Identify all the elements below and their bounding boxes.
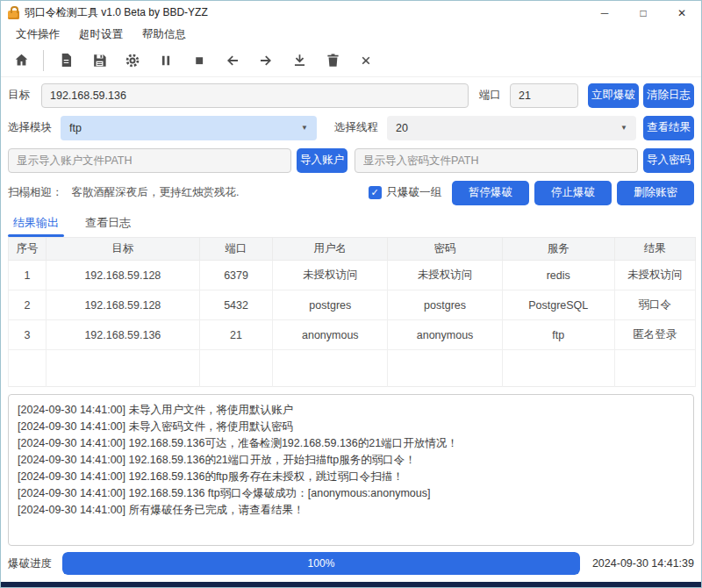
port-input[interactable] xyxy=(510,83,578,108)
module-label: 选择模块 xyxy=(8,120,52,135)
chevron-down-icon: ▼ xyxy=(301,124,308,132)
table-cell: 192.168.59.128 xyxy=(47,290,200,320)
table-cell: 5432 xyxy=(199,290,273,320)
table-cell: PostgreSQL xyxy=(502,290,614,320)
stop-button[interactable] xyxy=(186,47,212,74)
password-path-input[interactable] xyxy=(355,148,638,173)
table-cell xyxy=(199,350,273,387)
log-line: [2024-09-30 14:41:00] 192.168.59.136的21端… xyxy=(18,452,684,469)
module-row: 选择模块 ftp ▼ 选择线程 20 ▼ 查看结果 xyxy=(8,115,694,140)
module-select[interactable]: ftp ▼ xyxy=(61,116,317,140)
menubar: 文件操作 超时设置 帮助信息 xyxy=(1,25,701,44)
stop-icon xyxy=(191,53,207,68)
minimize-button[interactable]: ─ xyxy=(585,1,624,25)
save-button[interactable] xyxy=(86,47,112,74)
download-button[interactable] xyxy=(286,47,312,74)
table-empty-row xyxy=(9,350,696,387)
table-cell xyxy=(47,350,200,387)
titlebar: 弱口令检测工具 v1.0 Beta by BBD-YZZ ─ □ ✕ xyxy=(1,1,701,25)
delete-creds-button[interactable]: 删除账密 xyxy=(617,181,694,205)
home-icon xyxy=(13,52,30,68)
maximize-button[interactable]: □ xyxy=(624,1,663,25)
log-line: [2024-09-30 14:41:00] 所有爆破任务已完成，请查看结果！ xyxy=(18,502,684,519)
table-cell: 2 xyxy=(9,290,47,320)
delete-button[interactable] xyxy=(319,47,346,74)
menu-file-operations[interactable]: 文件操作 xyxy=(6,25,69,44)
clear-log-button[interactable]: 清除日志 xyxy=(643,83,694,108)
one-group-checkbox-label: 只爆破一组 xyxy=(387,185,442,200)
port-label: 端口 xyxy=(479,88,501,103)
table-cell xyxy=(273,350,388,387)
forward-button[interactable] xyxy=(253,47,279,74)
table-cell: 1 xyxy=(9,261,47,290)
threads-label: 选择线程 xyxy=(334,120,378,135)
table-cell: 192.168.59.128 xyxy=(47,261,200,290)
settings-button[interactable] xyxy=(119,47,146,74)
close-button[interactable]: ✕ xyxy=(663,1,701,25)
col-header-username: 用户名 xyxy=(273,238,388,261)
table-cell: postgres xyxy=(273,290,388,320)
close-x-icon xyxy=(358,53,374,68)
back-button[interactable] xyxy=(219,47,246,74)
threads-select[interactable]: 20 ▼ xyxy=(387,116,636,140)
app-lock-icon xyxy=(8,11,19,19)
arrow-right-icon xyxy=(257,52,275,69)
table-cell: 3 xyxy=(9,320,47,350)
col-header-result: 结果 xyxy=(614,238,695,261)
table-row[interactable]: 3 192.168.59.136 21 anonymous anonymous … xyxy=(9,320,696,350)
tab-view-logs[interactable]: 查看日志 xyxy=(82,215,134,237)
threads-select-value: 20 xyxy=(396,122,408,134)
pause-button[interactable] xyxy=(153,47,179,74)
one-group-checkbox[interactable]: ✓ xyxy=(369,186,382,199)
progress-fill: 100% xyxy=(62,552,580,575)
table-row[interactable]: 2 192.168.59.128 5432 postgres postgres … xyxy=(9,290,696,320)
toolbar xyxy=(1,44,701,77)
log-output[interactable]: [2024-09-30 14:41:00] 未导入用户文件，将使用默认账户 [2… xyxy=(8,394,694,546)
log-line: [2024-09-30 14:41:00] 192.168.59.136的ftp… xyxy=(18,469,684,485)
toolbar-separator xyxy=(43,50,44,71)
form-area: 目标 端口 立即爆破 清除日志 选择模块 ftp ▼ 选择线程 20 ▼ 查看结… xyxy=(1,77,701,212)
app-window: 弱口令检测工具 v1.0 Beta by BBD-YZZ ─ □ ✕ 文件操作 … xyxy=(0,0,702,588)
table-cell: anonymous xyxy=(388,320,503,350)
module-select-value: ftp xyxy=(69,122,82,134)
table-header-row: 序号 目标 端口 用户名 密码 服务 结果 xyxy=(9,238,696,261)
table-cell: 192.168.59.136 xyxy=(47,320,200,350)
stop-crack-button[interactable]: 停止爆破 xyxy=(534,181,612,205)
progress-label: 爆破进度 xyxy=(8,556,52,571)
window-controls: ─ □ ✕ xyxy=(585,1,701,25)
crack-now-button[interactable]: 立即爆破 xyxy=(588,83,639,108)
view-results-button[interactable]: 查看结果 xyxy=(643,116,694,140)
table-cell xyxy=(502,350,614,387)
target-input[interactable] xyxy=(41,83,469,108)
close-task-button[interactable] xyxy=(353,47,379,74)
table-cell: 未授权访问 xyxy=(273,261,388,290)
table-cell xyxy=(614,350,695,387)
table-cell xyxy=(9,350,47,387)
log-line: [2024-09-30 14:41:00] 192.168.59.136可达，准… xyxy=(18,435,684,452)
account-path-input[interactable] xyxy=(8,148,291,173)
arrow-left-icon xyxy=(224,52,241,69)
import-password-button[interactable]: 导入密码 xyxy=(643,148,694,173)
new-file-button[interactable] xyxy=(53,47,79,74)
control-row: 扫榻相迎： 客散酒醒深夜后，更持红烛赏残花. ✓ 只爆破一组 暂停爆破 停止爆破… xyxy=(8,180,694,205)
table-cell: 21 xyxy=(199,320,273,350)
tab-bar: 结果输出 查看日志 xyxy=(1,212,701,237)
table-cell: anonymous xyxy=(273,320,388,350)
menu-help-info[interactable]: 帮助信息 xyxy=(133,25,196,44)
results-table: 序号 目标 端口 用户名 密码 服务 结果 1 192.168.59.128 6… xyxy=(8,237,696,387)
gear-icon xyxy=(124,52,141,69)
import-account-button[interactable]: 导入账户 xyxy=(297,148,347,173)
log-line: [2024-09-30 14:41:00] 192.168.59.136 ftp… xyxy=(18,485,684,502)
col-header-service: 服务 xyxy=(502,238,614,261)
table-cell: 匿名登录 xyxy=(614,320,695,350)
home-button[interactable] xyxy=(8,47,34,74)
table-cell: postgres xyxy=(388,290,503,320)
trash-icon xyxy=(325,52,341,68)
pause-crack-button[interactable]: 暂停爆破 xyxy=(452,181,529,205)
tab-results-output[interactable]: 结果输出 xyxy=(10,215,62,237)
table-row[interactable]: 1 192.168.59.128 6379 未授权访问 未授权访问 redis … xyxy=(9,261,696,290)
menu-timeout-settings[interactable]: 超时设置 xyxy=(69,25,133,44)
statusbar: 爆破进度 100% 2024-09-30 14:41:39 xyxy=(8,552,694,575)
table-cell: ftp xyxy=(502,320,614,350)
window-title: 弱口令检测工具 v1.0 Beta by BBD-YZZ xyxy=(25,5,208,20)
